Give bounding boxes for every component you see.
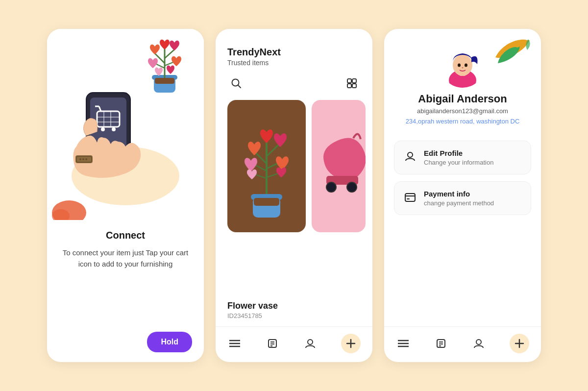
hold-button[interactable]: Hold [147,332,192,352]
svg-point-44 [347,182,357,192]
profile-menu: Edit Profile Change your information Pay… [384,133,541,215]
leaf-decoration [493,38,532,67]
profile-name: Abigail Anderson [418,93,507,105]
edit-profile-text: Edit Profile Change your information [424,149,493,166]
payment-info-item[interactable]: Payment info change payment method [394,181,531,215]
svg-line-27 [238,85,241,88]
search-bar [216,74,372,100]
product-info: Flower vase ID23451785 [216,295,372,319]
svg-point-57 [453,54,472,76]
product-id: ID23451785 [227,312,361,319]
profile-address: 234,oprah western road, washington DC [406,118,520,125]
edit-profile-sub: Change your information [424,159,493,166]
svg-point-43 [326,182,336,192]
card3-profile: Abigail Anderson abigailanderson123@gmai… [384,29,541,362]
card2-shop: TrendyNext Trusted items [216,29,372,362]
orange-blob-icon [52,196,86,220]
search-icon[interactable] [227,74,245,92]
products-grid [216,100,372,295]
brand-tagline: Trusted items [227,59,361,67]
payment-info-icon [403,191,417,204]
card3-profile-icon[interactable] [472,337,486,350]
svg-point-15 [79,158,81,160]
svg-rect-41 [254,198,279,206]
svg-point-58 [458,64,461,67]
card3-menu-icon[interactable] [396,337,410,350]
payment-info-sub: change payment method [424,199,494,207]
orders-icon[interactable] [266,337,279,350]
card1-title: Connect [61,230,190,241]
card1-onboarding: Connect To connect your item just Tap yo… [47,29,204,362]
card1-illustration [47,29,204,220]
card1-description: To connect your item just Tap your cart … [61,247,190,270]
edit-profile-title: Edit Profile [424,149,493,157]
svg-point-17 [85,158,87,160]
svg-rect-61 [405,194,415,201]
card1-text-content: Connect To connect your item just Tap yo… [47,220,204,322]
profile-email: abigailanderson123@gmail.com [417,107,508,115]
flower-decoration [135,34,194,98]
product-name: Flower vase [227,301,361,311]
card3-orders-icon[interactable] [434,337,448,350]
svg-point-16 [82,158,84,160]
svg-line-34 [267,143,280,156]
svg-rect-20 [155,78,174,84]
svg-point-52 [308,340,313,344]
svg-point-60 [408,152,413,157]
svg-point-12 [112,127,116,131]
payment-info-title: Payment info [424,190,494,198]
product-card-main[interactable] [227,100,306,232]
svg-rect-28 [347,79,351,83]
card2-header: TrendyNext Trusted items [216,29,372,74]
svg-point-11 [101,127,105,131]
product-card-secondary[interactable] [312,100,366,232]
svg-point-59 [465,64,467,67]
add-button[interactable] [341,334,361,353]
brand-name: TrendyNext [227,47,361,58]
edit-profile-item[interactable]: Edit Profile Change your information [394,141,531,174]
card2-bottom-nav [216,326,372,362]
edit-profile-icon [403,150,417,164]
screens-container: Connect To connect your item just Tap yo… [47,29,541,362]
card3-header: Abigail Anderson abigailanderson123@gmai… [384,29,541,133]
menu-icon[interactable] [228,337,242,350]
grid-icon[interactable] [343,74,361,92]
card3-bottom-nav [384,326,541,362]
profile-avatar [441,44,485,88]
hand-phone-illustration [67,83,150,191]
svg-rect-30 [347,84,351,88]
payment-info-text: Payment info change payment method [424,190,494,207]
card3-add-button[interactable] [510,334,529,353]
svg-point-71 [476,340,481,344]
svg-rect-31 [352,84,356,88]
profile-icon[interactable] [303,337,317,350]
svg-rect-29 [352,79,356,83]
